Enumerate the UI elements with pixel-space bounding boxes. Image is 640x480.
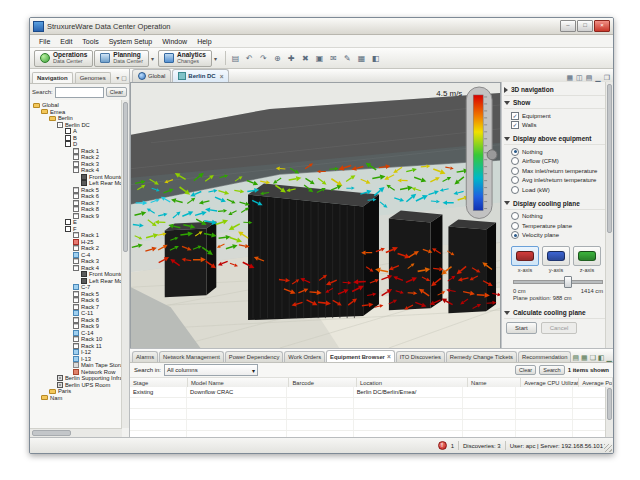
bottom-tab-ito-discoveries[interactable]: ITO Discoveries bbox=[396, 351, 445, 362]
scale-handle[interactable] bbox=[487, 150, 497, 160]
tree-horizontal-scrollbar-thumb[interactable] bbox=[32, 430, 71, 436]
table-search-button[interactable]: Search bbox=[539, 365, 564, 375]
axis-button-x-axis[interactable] bbox=[511, 246, 539, 266]
editor-tab-berlin-dc[interactable]: Berlin DC× bbox=[172, 69, 229, 82]
axis-button-y-axis[interactable] bbox=[542, 246, 570, 266]
close-tab-icon[interactable]: × bbox=[387, 353, 391, 360]
radio-velocity-plane[interactable] bbox=[511, 231, 519, 239]
edit-icon[interactable]: ✎ bbox=[342, 54, 353, 63]
table-row[interactable] bbox=[130, 420, 606, 431]
section-3d-navigation[interactable]: 3D navigation bbox=[504, 84, 605, 96]
radio-max-inlet-return-temperature[interactable] bbox=[511, 167, 519, 175]
checkbox-walls[interactable]: ✓ bbox=[511, 121, 519, 129]
planning-button[interactable]: PlanningData Center bbox=[94, 50, 149, 67]
list-view-icon[interactable]: ▤ bbox=[586, 74, 593, 82]
bottom-tab-power-dependency[interactable]: Power Dependency bbox=[225, 351, 284, 362]
zoom-icon[interactable]: ⊕ bbox=[272, 54, 283, 63]
display-above-option-airflow-cfm[interactable]: Airflow (CFM) bbox=[511, 157, 605, 167]
planning-dropdown-arrow[interactable]: ▾ bbox=[151, 55, 154, 62]
radio-nothing[interactable] bbox=[511, 212, 519, 220]
save-icon[interactable]: ▤ bbox=[230, 54, 241, 63]
bottom-tab-alarms[interactable]: Alarms bbox=[132, 351, 158, 362]
export-table-icon[interactable]: ▤ bbox=[572, 354, 579, 362]
axis-choice-y-axis[interactable]: y-axis bbox=[542, 246, 570, 273]
table-view-icon[interactable]: ▦ bbox=[581, 354, 588, 362]
menu-file[interactable]: File bbox=[34, 38, 55, 45]
search-input[interactable] bbox=[55, 87, 104, 98]
radio-temperature-plane[interactable] bbox=[511, 222, 519, 230]
layout-grid-icon[interactable]: ▦ bbox=[566, 74, 573, 82]
minimize-button[interactable]: – bbox=[560, 20, 576, 32]
operations-button[interactable]: OperationsData Center bbox=[34, 50, 93, 67]
plane-position-slider[interactable] bbox=[513, 275, 603, 287]
cooling-plane-option-velocity-plane[interactable]: Velocity plane bbox=[511, 231, 605, 241]
radio-airflow-cfm[interactable] bbox=[511, 157, 519, 165]
rack-row-center[interactable] bbox=[248, 184, 379, 320]
maximize-button[interactable]: □ bbox=[577, 20, 593, 32]
columns-filter-select[interactable]: All columns ▾ bbox=[164, 364, 258, 376]
mail-icon[interactable]: ✉ bbox=[328, 54, 339, 63]
panel-tab-navigation[interactable]: Navigation bbox=[32, 72, 73, 83]
bottom-tab-equipment-browser[interactable]: Equipment Browser× bbox=[326, 350, 395, 362]
maximize-panel-icon[interactable]: ▢ bbox=[121, 74, 127, 81]
display-above-option-nothing[interactable]: Nothing bbox=[511, 147, 605, 157]
display-above-option-load-kw[interactable]: Load (kW) bbox=[511, 185, 605, 195]
panel-tab-genomes[interactable]: Genomes bbox=[75, 72, 111, 83]
start-button[interactable]: Start bbox=[506, 322, 537, 334]
radio-load-kw[interactable] bbox=[511, 186, 519, 194]
table-row[interactable]: ExistingDownflow CRACBerlin DC/Berlin/Em… bbox=[130, 387, 606, 398]
clear-search-button[interactable]: Clear bbox=[106, 87, 127, 97]
bottom-tab-work-orders[interactable]: Work Orders bbox=[284, 351, 325, 362]
options-scrollbar[interactable] bbox=[605, 82, 613, 349]
menu-help[interactable]: Help bbox=[192, 38, 216, 45]
section-display-above[interactable]: Display above equipment bbox=[504, 133, 605, 145]
slider-track[interactable] bbox=[513, 280, 603, 284]
analytics-dropdown-arrow[interactable]: ▾ bbox=[214, 55, 217, 62]
table-row[interactable] bbox=[130, 409, 606, 420]
slider-thumb[interactable] bbox=[564, 276, 572, 288]
section-show[interactable]: Show bbox=[504, 97, 605, 109]
radio-avg-inlet-return-temperature[interactable] bbox=[511, 176, 519, 184]
options-scrollbar-thumb[interactable] bbox=[607, 84, 612, 233]
menu-window[interactable]: Window bbox=[157, 38, 192, 45]
axis-button-z-axis[interactable] bbox=[573, 246, 601, 266]
bottom-tab-network-management[interactable]: Network Management bbox=[159, 351, 224, 362]
bottom-tab-recommendation[interactable]: Recommendation bbox=[518, 351, 571, 362]
tree-horizontal-scrollbar[interactable] bbox=[30, 428, 122, 437]
filter-icon[interactable]: ◧ bbox=[598, 354, 605, 362]
discoveries-label[interactable]: Discoveries: 3 bbox=[463, 443, 501, 449]
axis-choice-z-axis[interactable]: z-axis bbox=[573, 246, 601, 273]
velocity-color-scale[interactable] bbox=[466, 87, 497, 219]
display-above-option-max-inlet-return-temperature[interactable]: Max inlet/return temperature bbox=[511, 166, 605, 176]
table-scrollbar[interactable] bbox=[605, 387, 613, 437]
image-icon[interactable]: ▣ bbox=[314, 54, 325, 63]
rack-row-right[interactable] bbox=[389, 211, 443, 311]
checkbox-row-equipment[interactable]: ✓Equipment bbox=[511, 111, 605, 121]
minimize-panel-icon[interactable]: ▁ bbox=[607, 354, 612, 362]
editor-tab-global[interactable]: Global bbox=[132, 69, 171, 82]
minimize-view-icon[interactable]: ▁ bbox=[595, 74, 600, 82]
pin-icon[interactable]: ✚ bbox=[286, 54, 297, 63]
layers-icon[interactable]: ▦ bbox=[356, 54, 367, 63]
tree-vertical-scrollbar-thumb[interactable] bbox=[123, 102, 128, 252]
axis-choice-x-axis[interactable]: x-axis bbox=[511, 246, 539, 273]
restore-view-icon[interactable]: ❐ bbox=[604, 74, 610, 82]
menu-edit[interactable]: Edit bbox=[55, 38, 77, 45]
split-view-icon[interactable]: ◫ bbox=[576, 74, 583, 82]
close-button[interactable]: × bbox=[594, 20, 610, 32]
3d-room-view[interactable]: 4.5 m/s bbox=[130, 82, 501, 349]
checkbox-row-walls[interactable]: ✓Walls bbox=[511, 121, 605, 131]
tree-vertical-scrollbar[interactable] bbox=[121, 100, 129, 428]
radio-nothing[interactable] bbox=[511, 148, 519, 156]
resize-grip[interactable] bbox=[604, 444, 612, 452]
alarm-icon[interactable]: ! bbox=[438, 441, 447, 450]
checkbox-equipment[interactable]: ✓ bbox=[511, 112, 519, 120]
delete-icon[interactable]: ✖ bbox=[300, 54, 311, 63]
display-above-option-avg-inlet-return-temperature[interactable]: Avg inlet/return temperature bbox=[511, 176, 605, 186]
cancel-button[interactable]: Cancel bbox=[541, 322, 578, 334]
table-scrollbar-thumb[interactable] bbox=[607, 388, 612, 420]
table-row[interactable] bbox=[130, 398, 606, 409]
section-cooling-plane[interactable]: Display cooling plane bbox=[504, 198, 605, 210]
export-icon[interactable]: ◧ bbox=[370, 54, 381, 63]
bottom-tab-remedy-change-tickets[interactable]: Remedy Change Tickets bbox=[446, 351, 517, 362]
